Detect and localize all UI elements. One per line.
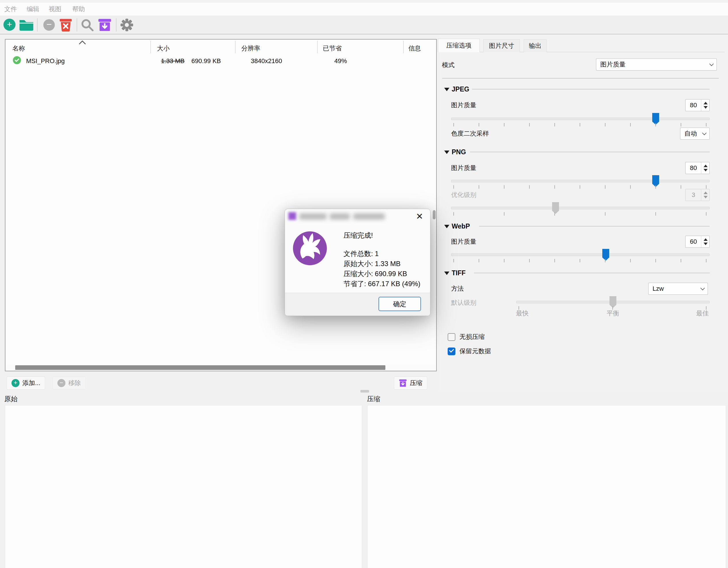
cell-file-name: MSI_PRO.jpg <box>26 57 65 65</box>
slider-handle[interactable] <box>602 249 609 258</box>
column-header-info[interactable]: 信息 <box>408 44 421 53</box>
chroma-dropdown[interactable]: 自动 <box>680 128 710 140</box>
jpeg-quality-spinner[interactable]: 80 <box>685 99 710 111</box>
column-divider <box>150 41 151 53</box>
column-divider <box>317 41 318 53</box>
splitter-handle[interactable] <box>360 390 369 392</box>
dialog-compressed-size: 压缩大小: 690.99 KB <box>343 269 407 279</box>
slider-track[interactable] <box>451 180 710 182</box>
chroma-value: 自动 <box>684 129 697 138</box>
horizontal-scrollbar-thumb[interactable] <box>15 365 385 370</box>
tiff-method-value: Lzw <box>653 285 664 292</box>
column-header-name[interactable]: 名称 <box>12 44 25 53</box>
keep-metadata-checkbox-row[interactable]: 保留元数据 <box>448 347 491 355</box>
tiff-method-dropdown[interactable]: Lzw <box>648 283 708 295</box>
blurred-title-text <box>353 213 385 220</box>
menu-help[interactable]: 帮助 <box>72 3 85 15</box>
webp-quality-spinner[interactable]: 60 <box>685 236 710 248</box>
tiff-section-header[interactable]: TIFF <box>444 269 466 277</box>
mark-fastest: 最快 <box>516 309 529 318</box>
slider-ticks <box>453 123 706 127</box>
compress-button[interactable]: 压缩 <box>394 376 427 390</box>
sort-indicator-icon[interactable] <box>78 40 86 45</box>
compress-icon[interactable] <box>98 18 112 32</box>
tab-pane-border <box>439 52 725 52</box>
menu-view[interactable]: 视图 <box>49 3 61 15</box>
toolbar-separator <box>37 18 38 32</box>
png-optlevel-value: 3 <box>686 189 701 201</box>
mode-value: 图片质量 <box>600 60 626 69</box>
jpeg-quality-label: 图片质量 <box>451 101 476 110</box>
lossless-label: 无损压缩 <box>459 332 485 341</box>
mode-label: 模式 <box>442 61 455 69</box>
remove-file-icon[interactable]: − <box>43 19 55 31</box>
compress-button-label: 压缩 <box>410 379 422 387</box>
mark-balanced: 平衡 <box>607 309 619 318</box>
spinner-arrows <box>701 236 709 248</box>
separator <box>442 78 719 79</box>
column-header-resolution[interactable]: 分辨率 <box>241 44 260 53</box>
spinner-arrows <box>701 100 709 111</box>
dialog-title-bar[interactable]: ✕ <box>285 209 430 223</box>
column-header-saved[interactable]: 已节省 <box>323 44 342 53</box>
menu-file[interactable]: 文件 <box>4 3 17 15</box>
remove-button-label: 移除 <box>68 379 81 387</box>
slider-ticks <box>453 185 706 189</box>
png-optlevel-label: 优化级别 <box>451 191 476 199</box>
dialog-saved: 节省了: 667.17 KB (49%) <box>343 279 420 288</box>
close-icon[interactable]: ✕ <box>415 212 424 221</box>
cell-compressed-size: 690.99 KB <box>191 57 221 65</box>
tab-compression-options[interactable]: 压缩选项 <box>438 39 480 52</box>
webp-section-title: WebP <box>452 223 470 230</box>
vertical-scrollbar-thumb[interactable] <box>433 210 436 219</box>
spinner-arrows <box>701 189 709 201</box>
search-icon[interactable] <box>81 18 94 32</box>
slider-handle[interactable] <box>652 175 659 184</box>
section-rule <box>479 226 710 227</box>
menu-edit[interactable]: 编辑 <box>27 3 39 15</box>
open-folder-icon[interactable] <box>19 19 34 31</box>
dialog-footer: 确定 <box>285 293 430 316</box>
tab-image-size[interactable]: 图片尺寸 <box>483 39 520 52</box>
column-divider <box>235 41 236 53</box>
remove-button[interactable]: − 移除 <box>53 376 86 390</box>
settings-gear-icon[interactable] <box>120 18 134 32</box>
toolbar-separator <box>116 18 117 32</box>
png-quality-spinner[interactable]: 80 <box>685 162 710 174</box>
slider-track[interactable] <box>451 118 710 120</box>
original-preview-panel <box>5 405 362 568</box>
clear-list-icon[interactable] <box>59 18 72 32</box>
tiff-method-label: 方法 <box>451 284 464 293</box>
webp-section-header[interactable]: WebP <box>444 223 470 230</box>
app-icon <box>288 212 296 220</box>
mark-best: 最佳 <box>696 309 709 318</box>
add-button-label: 添加... <box>22 379 40 387</box>
ok-button[interactable]: 确定 <box>378 297 421 311</box>
png-section-title: PNG <box>452 148 466 156</box>
section-rule <box>470 152 710 152</box>
lossless-checkbox-row[interactable]: 无损压缩 <box>448 332 485 341</box>
collapse-triangle-icon <box>444 272 449 275</box>
chevron-down-icon <box>700 286 705 290</box>
completion-dialog: ✕ 压缩完成! 文件总数: 1 原始大小: 1.33 MB 压缩大小: 690.… <box>285 209 430 316</box>
horizontal-scrollbar[interactable] <box>5 365 436 370</box>
lossless-checkbox[interactable] <box>448 333 455 341</box>
slider-ticks <box>453 259 706 263</box>
mode-dropdown[interactable]: 图片质量 <box>596 59 717 71</box>
collapse-triangle-icon <box>444 151 449 154</box>
original-preview-label: 原始 <box>4 394 18 403</box>
chroma-label: 色度二次采样 <box>451 129 489 138</box>
keep-metadata-checkbox[interactable] <box>448 347 455 355</box>
tab-output[interactable]: 输出 <box>524 39 547 52</box>
add-button[interactable]: + 添加... <box>7 376 45 390</box>
column-header-size[interactable]: 大小 <box>157 44 170 53</box>
slider-track[interactable] <box>451 254 710 256</box>
jpeg-section-header[interactable]: JPEG <box>444 85 469 93</box>
status-check-icon <box>13 56 21 64</box>
png-section-header[interactable]: PNG <box>444 148 466 156</box>
slider-handle[interactable] <box>652 113 659 122</box>
add-files-icon[interactable]: + <box>3 19 15 31</box>
dialog-original-size: 原始大小: 1.33 MB <box>343 259 401 269</box>
tiff-level-label: 默认级别 <box>451 298 476 307</box>
png-quality-value: 80 <box>686 162 701 174</box>
